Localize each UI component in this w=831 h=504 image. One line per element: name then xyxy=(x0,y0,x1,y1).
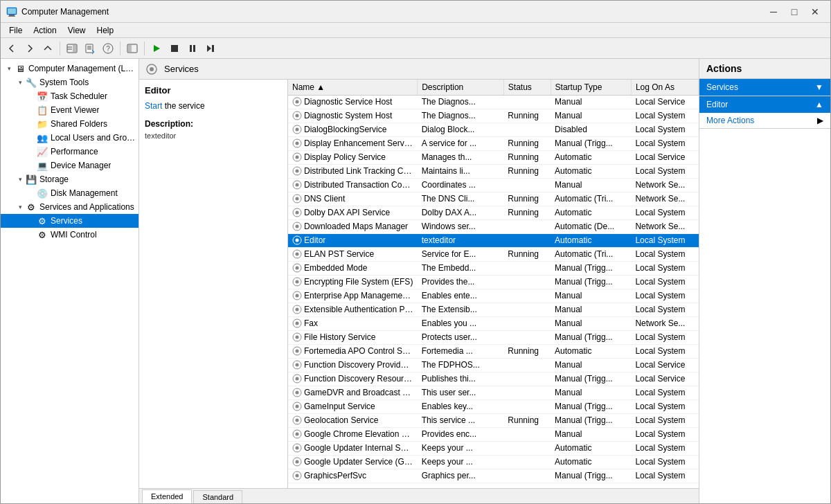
back-button[interactable] xyxy=(3,40,20,57)
service-row-13[interactable]: Encrypting File System (EFS)Provides the… xyxy=(288,275,699,289)
service-row-12[interactable]: Embedded ModeThe Embedd...Manual (Trigg.… xyxy=(288,261,699,275)
show-hide-action-pane-button[interactable] xyxy=(64,40,80,57)
service-row-9[interactable]: Downloaded Maps ManagerWindows ser...Aut… xyxy=(288,219,699,233)
tree-label-services-apps: Services and Applications xyxy=(39,202,134,212)
service-row-15[interactable]: Extensible Authentication Pr...The Exten… xyxy=(288,303,699,316)
service-row-10[interactable]: EditortexteditorAutomaticLocal System xyxy=(288,233,699,247)
actions-editor-header[interactable]: Editor ▲ xyxy=(699,96,830,113)
resume-button[interactable] xyxy=(202,40,219,57)
pause-button[interactable] xyxy=(184,40,201,57)
tab-extended[interactable]: Extended xyxy=(142,489,192,503)
service-row-25[interactable]: Google Updater Internal Ser...Keeps your… xyxy=(288,441,699,455)
service-row-11[interactable]: ELAN PST ServiceService for E...RunningA… xyxy=(288,247,699,261)
column-header-description[interactable]: Description xyxy=(418,80,504,95)
service-startup-23: Manual (Trigg... xyxy=(551,413,631,427)
service-row-4[interactable]: Display Policy ServiceManages th...Runni… xyxy=(288,150,699,164)
service-startup-17: Manual (Trigg... xyxy=(551,330,631,344)
tree-item-shared-folders[interactable]: 📁Shared Folders xyxy=(1,117,138,131)
svg-point-59 xyxy=(296,336,299,339)
svg-rect-5 xyxy=(73,45,76,52)
service-status-27 xyxy=(503,469,551,483)
tree-label-services: Services xyxy=(51,216,82,226)
column-header-startup[interactable]: Startup Type xyxy=(551,80,631,95)
up-button[interactable] xyxy=(39,40,56,57)
start-service-link[interactable]: Start xyxy=(145,101,162,111)
tree-item-disk-management[interactable]: 💿Disk Management xyxy=(1,186,138,200)
service-row-26[interactable]: Google Updater Service (Go...Keeps your … xyxy=(288,455,699,469)
forward-button[interactable] xyxy=(21,40,38,57)
service-row-1[interactable]: Diagnostic System HostThe Diagnos...Runn… xyxy=(288,109,699,123)
actions-services-header[interactable]: Services ▼ xyxy=(699,79,830,96)
service-desc-14: Enables ente... xyxy=(418,289,504,303)
column-header-logon[interactable]: Log On As xyxy=(631,80,698,95)
service-row-0[interactable]: Diagnostic Service HostThe Diagnos...Man… xyxy=(288,95,699,109)
service-row-22[interactable]: GameInput ServiceEnables key...Manual (T… xyxy=(288,399,699,413)
service-row-23[interactable]: Geolocation ServiceThis service ...Runni… xyxy=(288,413,699,427)
service-row-16[interactable]: FaxEnables you ...ManualNetwork Se... xyxy=(288,316,699,330)
service-row-17[interactable]: File History ServiceProtects user...Manu… xyxy=(288,330,699,344)
service-logon-1: Local System xyxy=(631,109,698,123)
tree-icon-services-apps: ⚙ xyxy=(26,201,37,213)
tab-standard[interactable]: Standard xyxy=(193,490,242,503)
more-actions-link[interactable]: More Actions xyxy=(706,116,754,125)
tree-item-event-viewer[interactable]: 📋Event Viewer xyxy=(1,103,138,117)
svg-rect-3 xyxy=(8,16,15,17)
menu-item-help[interactable]: Help xyxy=(91,24,120,37)
svg-point-75 xyxy=(296,447,299,450)
service-startup-21: Manual xyxy=(551,386,631,399)
export-list-button[interactable] xyxy=(82,40,98,57)
tree-item-storage[interactable]: ▾💾Storage xyxy=(1,172,138,186)
close-button[interactable]: ✕ xyxy=(805,2,825,21)
service-row-2[interactable]: DialogBlockingServiceDialog Block...Disa… xyxy=(288,123,699,136)
service-logon-22: Local System xyxy=(631,399,698,413)
tree-item-services-apps[interactable]: ▾⚙Services and Applications xyxy=(1,200,138,214)
stop-button[interactable] xyxy=(166,40,183,57)
service-desc-8: Dolby DAX A... xyxy=(418,206,504,219)
service-name-27: GraphicsPerfSvc xyxy=(288,469,418,483)
service-logon-9: Network Se... xyxy=(631,219,698,233)
menu-item-action[interactable]: Action xyxy=(28,24,62,37)
tree-item-wmi-control[interactable]: ⚙WMI Control xyxy=(1,228,138,242)
tree-label-system-tools: System Tools xyxy=(39,78,89,87)
services-list[interactable]: Name ▲ Description Status Startup Type L… xyxy=(288,80,699,488)
actions-services-label: Services xyxy=(706,82,738,92)
maximize-button[interactable]: □ xyxy=(785,2,804,21)
column-header-name[interactable]: Name ▲ xyxy=(288,80,418,95)
help-button[interactable]: ? xyxy=(100,40,116,57)
service-name-18: Fortemedia APO Control Ser... xyxy=(288,344,418,358)
menu-item-view[interactable]: View xyxy=(62,24,91,37)
tree-expand-event-viewer xyxy=(26,105,37,116)
service-row-7[interactable]: DNS ClientThe DNS Cli...RunningAutomatic… xyxy=(288,192,699,206)
tree-item-services[interactable]: ⚙Services xyxy=(1,214,138,228)
tree-item-device-manager[interactable]: 💻Device Manager xyxy=(1,159,138,172)
tree-item-system-tools[interactable]: ▾🔧System Tools xyxy=(1,75,138,89)
service-row-5[interactable]: Distributed Link Tracking Cli...Maintain… xyxy=(288,164,699,178)
menu-item-file[interactable]: File xyxy=(3,24,28,37)
tree-icon-system-tools: 🔧 xyxy=(26,77,37,88)
service-row-21[interactable]: GameDVR and Broadcast Us...This user ser… xyxy=(288,386,699,399)
actions-more-actions[interactable]: More Actions ▶ xyxy=(699,113,830,128)
service-row-6[interactable]: Distributed Transaction Coor...Coordinat… xyxy=(288,178,699,192)
more-actions-arrow: ▶ xyxy=(817,116,823,125)
service-status-0 xyxy=(503,95,551,109)
service-row-27[interactable]: GraphicsPerfSvcGraphics per...Manual (Tr… xyxy=(288,469,699,483)
tree-icon-task-scheduler: 📅 xyxy=(37,91,48,102)
show-scope-button[interactable] xyxy=(124,40,141,57)
play-button[interactable] xyxy=(148,40,165,57)
tree-item-task-scheduler[interactable]: 📅Task Scheduler xyxy=(1,89,138,103)
tree-item-performance[interactable]: 📈Performance xyxy=(1,145,138,159)
column-header-status[interactable]: Status xyxy=(503,80,551,95)
service-logon-2: Local System xyxy=(631,123,698,136)
service-name-13: Encrypting File System (EFS) xyxy=(288,275,418,289)
service-row-3[interactable]: Display Enhancement ServiceA service for… xyxy=(288,136,699,150)
service-row-19[interactable]: Function Discovery Provider ...The FDPHO… xyxy=(288,358,699,372)
tree-item-local-users[interactable]: 👥Local Users and Groups xyxy=(1,131,138,145)
service-row-8[interactable]: Dolby DAX API ServiceDolby DAX A...Runni… xyxy=(288,206,699,219)
service-row-18[interactable]: Fortemedia APO Control Ser...Fortemedia … xyxy=(288,344,699,358)
service-row-14[interactable]: Enterprise App Managemen...Enables ente.… xyxy=(288,289,699,303)
service-row-24[interactable]: Google Chrome Elevation Se...Provides en… xyxy=(288,427,699,441)
svg-point-41 xyxy=(296,211,299,215)
minimize-button[interactable]: ─ xyxy=(764,2,783,21)
service-row-20[interactable]: Function Discovery Resourc...Publishes t… xyxy=(288,372,699,386)
tree-item-computer-management[interactable]: ▾🖥Computer Management (Local) xyxy=(1,62,138,75)
